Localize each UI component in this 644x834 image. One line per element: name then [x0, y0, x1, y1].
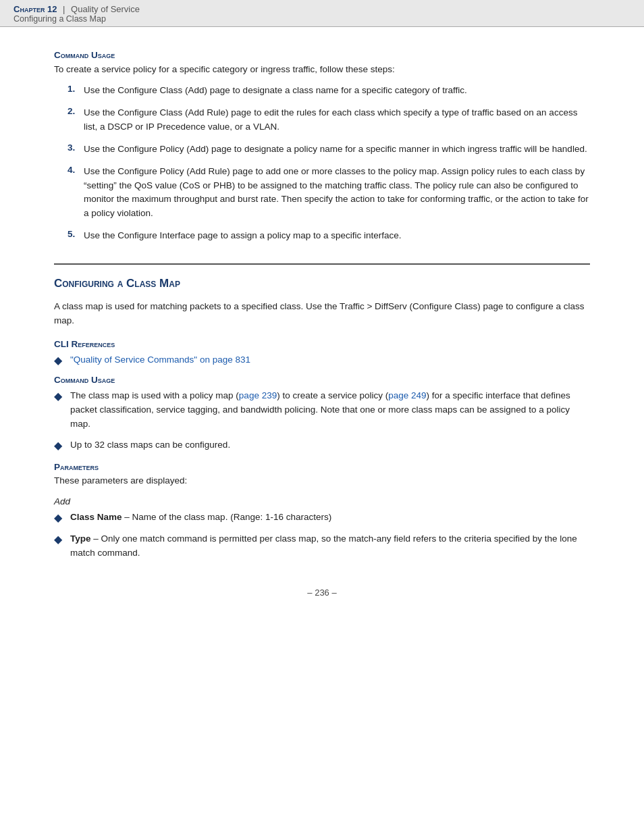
major-section-intro: A class map is used for matching packets…	[54, 300, 590, 328]
parameters-block: Parameters These parameters are displaye…	[54, 462, 590, 561]
major-section-class-map: Configuring a Class Map A class map is u…	[54, 263, 590, 561]
command-usage-block: Command Usage To create a service policy…	[54, 50, 590, 243]
param-type-bold: Type	[70, 533, 91, 544]
param-type: ◆ Type – Only one match command is permi…	[54, 532, 590, 561]
bullet-diamond-icon-1: ◆	[54, 389, 65, 404]
param-items-list: ◆ Class Name – Name of the class map. (R…	[54, 511, 590, 561]
step-2-num: 2.	[68, 106, 80, 134]
bullet-diamond-icon-2: ◆	[54, 438, 65, 453]
chapter-label: Chapter 12	[14, 4, 57, 14]
policy-map-link[interactable]: page 239	[239, 390, 277, 400]
command-usage-bullet-2-text: Up to 32 class maps can be configured.	[70, 438, 230, 452]
param-type-text: Type – Only one match command is permitt…	[70, 532, 590, 561]
step-5-text: Use the Configure Interface page to assi…	[84, 229, 402, 243]
step-5-num: 5.	[68, 229, 80, 243]
step-3: 3. Use the Configure Policy (Add) page t…	[68, 142, 590, 157]
header-separator: |	[63, 4, 65, 14]
step-2-text: Use the Configure Class (Add Rule) page …	[84, 106, 590, 134]
bullet-diamond-icon: ◆	[54, 353, 65, 368]
step-1-num: 1.	[68, 84, 80, 98]
cli-ref-anchor[interactable]: "Quality of Service Commands" on page 83…	[70, 355, 250, 365]
command-usage-bullet-1: ◆ The class map is used with a policy ma…	[54, 389, 590, 432]
parameters-intro: These parameters are displayed:	[54, 474, 590, 488]
step-2: 2. Use the Configure Class (Add Rule) pa…	[68, 106, 590, 134]
step-4: 4. Use the Configure Policy (Add Rule) p…	[68, 165, 590, 221]
param-class-name-desc: – Name of the class map. (Range: 1-16 ch…	[124, 512, 331, 522]
major-command-usage-heading: Command Usage	[54, 375, 590, 385]
cli-ref-link: "Quality of Service Commands" on page 83…	[70, 353, 250, 367]
step-4-text: Use the Configure Policy (Add Rule) page…	[84, 165, 590, 221]
command-usage-bullets: ◆ The class map is used with a policy ma…	[54, 389, 590, 453]
chapter-title: Quality of Service	[71, 4, 140, 14]
page-number: – 236 –	[54, 588, 590, 611]
parameters-heading: Parameters	[54, 462, 590, 472]
page-content: Command Usage To create a service policy…	[0, 27, 644, 638]
bullet-diamond-param-2: ◆	[54, 532, 65, 547]
command-usage-heading: Command Usage	[54, 50, 590, 60]
param-type-desc: – Only one match command is permitted pe…	[70, 533, 577, 558]
add-label: Add	[54, 496, 590, 506]
step-3-text: Use the Configure Policy (Add) page to d…	[84, 142, 587, 157]
step-3-num: 3.	[68, 142, 80, 157]
cli-references-list: ◆ "Quality of Service Commands" on page …	[54, 353, 590, 368]
cli-references-block: CLI References ◆ "Quality of Service Com…	[54, 339, 590, 368]
header-subtitle: Configuring a Class Map	[14, 14, 630, 24]
command-usage-intro: To create a service policy for a specifi…	[54, 63, 590, 77]
param-class-name-bold: Class Name	[70, 512, 122, 522]
cli-references-heading: CLI References	[54, 339, 590, 349]
command-usage-bullet-2: ◆ Up to 32 class maps can be configured.	[54, 438, 590, 453]
param-class-name: ◆ Class Name – Name of the class map. (R…	[54, 511, 590, 525]
header-bar: Chapter 12 | Quality of Service Configur…	[0, 0, 644, 27]
step-4-num: 4.	[68, 165, 80, 221]
major-command-usage-block: Command Usage ◆ The class map is used wi…	[54, 375, 590, 453]
command-usage-bullet-1-text: The class map is used with a policy map …	[70, 389, 590, 432]
step-1-text: Use the Configure Class (Add) page to de…	[84, 84, 467, 98]
step-1: 1. Use the Configure Class (Add) page to…	[68, 84, 590, 98]
service-policy-link[interactable]: page 249	[388, 390, 426, 400]
bullet-diamond-param-1: ◆	[54, 511, 65, 525]
param-class-name-text: Class Name – Name of the class map. (Ran…	[70, 511, 331, 525]
numbered-steps-list: 1. Use the Configure Class (Add) page to…	[68, 84, 590, 243]
major-section-title: Configuring a Class Map	[54, 277, 590, 290]
cli-ref-item: ◆ "Quality of Service Commands" on page …	[54, 353, 590, 368]
step-5: 5. Use the Configure Interface page to a…	[68, 229, 590, 243]
